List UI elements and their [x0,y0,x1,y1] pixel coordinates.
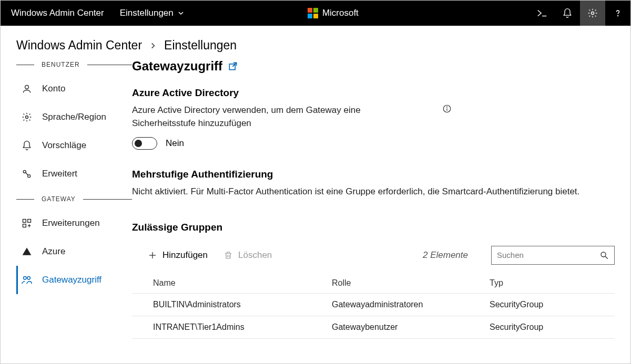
delete-button: Löschen [223,250,272,261]
svg-point-11 [24,277,27,280]
sidebar-item-suggestions[interactable]: Vorschläge [16,131,132,160]
table-row[interactable]: INTRANET\Tier1Admins Gatewaybenutzer Sec… [132,316,615,338]
item-count: 2 Elemente [423,250,468,261]
microsoft-logo-icon [308,8,318,18]
groups-heading: Zulässige Gruppen [132,222,615,233]
sidebar-section-gateway-label: GATEWAY [42,195,76,203]
breadcrumb-chevron-icon [149,42,157,49]
svg-point-16 [447,107,447,107]
table-row[interactable]: BUILTIN\Administrators Gatewayadministra… [132,293,615,316]
groups-block: Zulässige Gruppen Hinzufügen Löschen 2 E… [132,222,615,339]
person-icon [21,83,33,95]
sidebar-item-account[interactable]: Konto [16,75,132,103]
svg-marker-10 [23,248,32,255]
mfa-description: Nicht aktiviert. Für Multi-Factor Authen… [132,185,595,199]
svg-point-19 [601,252,606,257]
wrench-gear-icon [21,168,33,180]
search-input[interactable] [497,251,599,259]
azure-icon [21,246,33,257]
cell-name: BUILTIN\Administrators [132,293,311,316]
aad-toggle-row: Nein [132,137,615,150]
svg-rect-7 [23,220,26,223]
sidebar-item-language[interactable]: Sprache/Region [16,103,132,131]
sidebar: BENUTZER Konto Sprache/Region Vorschläge… [16,58,132,339]
sidebar-section-gateway: GATEWAY [16,195,132,203]
add-button[interactable]: Hinzufügen [148,250,208,261]
brand-name: Microsoft [322,8,359,18]
sidebar-item-label: Konto [42,84,65,94]
svg-point-2 [618,16,618,16]
page-title: Gatewayzugriff [132,59,615,74]
extensions-icon [21,217,33,229]
topbar: Windows Admin Center Einstellungen Micro… [1,1,630,26]
sidebar-item-label: Erweiterungen [42,218,100,228]
popout-icon[interactable] [228,61,238,71]
topbar-actions [530,1,630,26]
sidebar-item-label: Erweitert [42,169,77,179]
app-title: Windows Admin Center [1,8,115,18]
gear-icon [21,111,33,123]
mfa-heading: Mehrstufige Authentifizierung [132,169,615,180]
cell-name: INTRANET\Tier1Admins [132,316,311,338]
sidebar-section-user: BENUTZER [16,61,132,68]
aad-toggle-label: Nein [166,138,184,149]
cell-type: SecurityGroup [469,293,615,316]
sidebar-item-label: Azure [42,246,65,257]
settings-button[interactable] [580,1,605,26]
svg-point-1 [592,12,594,15]
col-name[interactable]: Name [132,273,311,294]
search-box[interactable] [491,246,615,265]
sidebar-item-extensions[interactable]: Erweiterungen [16,209,132,237]
cell-role: Gatewaybenutzer [311,316,469,338]
people-key-icon [21,274,33,286]
cell-role: Gatewayadministratoren [311,293,469,316]
content-pane: Gatewayzugriff Azure Active Directory Az… [132,58,615,339]
brand-logo-wrap: Microsoft [137,8,530,18]
sidebar-item-label: Sprache/Region [42,112,106,122]
svg-line-20 [605,256,608,259]
svg-rect-8 [28,220,31,223]
mfa-block: Mehrstufige Authentifizierung Nicht akti… [132,169,615,199]
col-type[interactable]: Typ [469,273,615,294]
svg-point-3 [25,85,29,89]
breadcrumb-current: Einstellungen [164,38,237,53]
groups-toolbar: Hinzufügen Löschen 2 Elemente [132,243,615,271]
page-title-text: Gatewayzugriff [132,59,222,74]
groups-table: Name Rolle Typ BUILTIN\Administrators Ga… [132,273,615,339]
help-button[interactable] [605,1,630,26]
table-header-row: Name Rolle Typ [132,273,615,294]
svg-point-4 [26,116,28,119]
breadcrumb-root[interactable]: Windows Admin Center [16,38,142,53]
svg-rect-9 [23,224,26,227]
bell-icon [21,140,33,151]
sidebar-item-label: Vorschläge [42,140,86,151]
cell-type: SecurityGroup [469,316,615,338]
search-icon [599,251,609,260]
sidebar-item-advanced[interactable]: Erweitert [16,160,132,188]
col-role[interactable]: Rolle [311,273,469,294]
delete-button-label: Löschen [238,250,272,261]
notifications-button[interactable] [555,1,580,26]
console-button[interactable] [530,1,555,26]
sidebar-item-gateway-access[interactable]: Gatewayzugriff [16,266,132,294]
trash-icon [223,251,233,260]
add-button-label: Hinzufügen [162,250,208,261]
info-icon[interactable] [442,104,452,113]
sidebar-item-label: Gatewayzugriff [42,275,101,285]
svg-point-12 [27,277,30,280]
sidebar-section-user-label: BENUTZER [42,61,80,68]
sidebar-item-azure[interactable]: Azure [16,237,132,266]
aad-desc-row: Azure Active Directory verwenden, um dem… [132,104,615,130]
aad-description: Azure Active Directory verwenden, um dem… [132,104,384,130]
breadcrumb: Windows Admin Center Einstellungen [1,26,630,58]
plus-icon [148,251,157,260]
aad-toggle[interactable] [132,137,157,150]
aad-heading: Azure Active Directory [132,87,615,99]
